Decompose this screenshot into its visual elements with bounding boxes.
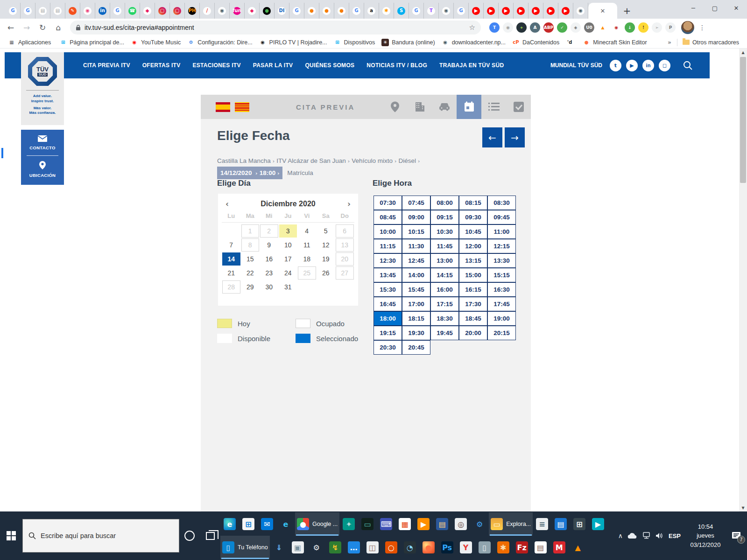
youtube-tab[interactable]: ▶ (529, 3, 543, 19)
record-extension[interactable]: ◉ (611, 22, 621, 33)
lifebuoy-app[interactable]: ○ (382, 536, 401, 559)
time-slot[interactable]: 13:15 (459, 253, 487, 268)
mundial-link[interactable]: MUNDIAL TÜV SÜD (550, 62, 602, 69)
calendar-day[interactable]: 22 (241, 266, 260, 280)
media-play-app[interactable]: ▶ (414, 512, 433, 536)
skype-tab[interactable]: S (394, 3, 409, 19)
time-slot[interactable]: 13:00 (430, 253, 459, 268)
jdownloader-app[interactable]: ↯ (326, 536, 345, 559)
time-slot[interactable]: 19:45 (430, 326, 459, 340)
tray-chevron-icon[interactable]: ∧ (618, 532, 623, 539)
phone-app-tab[interactable]: ● (260, 3, 275, 19)
nav-link[interactable]: CITA PREVIA ITV (83, 62, 130, 69)
close-button[interactable]: ✕ (726, 0, 747, 16)
time-slot[interactable]: 08:30 (487, 196, 516, 210)
calendar-day[interactable]: 10 (279, 238, 297, 252)
explorer-app[interactable]: ▭ Explora... (489, 512, 533, 536)
breadcrumb-item[interactable]: Vehículo mixto (352, 157, 393, 164)
google-tab[interactable]: G (289, 3, 304, 19)
youtube-tab[interactable]: ▶ (484, 3, 499, 19)
linkedin-icon[interactable]: in (642, 60, 654, 71)
breadcrumb-item[interactable]: Castilla La Mancha (217, 157, 271, 164)
minecraft-skin-editor-bookmark[interactable]: ● Minecraft Skin Editor (579, 38, 650, 47)
dacontenidos-bookmark[interactable]: cP DaContenidos (509, 38, 563, 47)
time-slot[interactable]: 17:00 (402, 297, 430, 311)
time-slot[interactable]: 16:45 (374, 297, 402, 311)
time-slot[interactable]: 11:45 (430, 239, 459, 253)
globe-tab[interactable]: ◉ (439, 3, 454, 19)
reload-icon[interactable]: ↻ (35, 21, 49, 35)
calendar-day[interactable]: 31 (279, 280, 297, 294)
catalan-flag-icon[interactable] (235, 102, 249, 112)
nav-link[interactable]: NOTICIAS ITV / BLOG (366, 62, 427, 69)
keyboard-app[interactable]: ⌨ (377, 512, 395, 536)
calendar-day[interactable]: 14 (222, 252, 240, 266)
time-slot[interactable]: 18:00 (374, 311, 402, 326)
calendar-day[interactable]: 16 (260, 252, 278, 266)
google-tab[interactable]: G (110, 3, 125, 19)
puzzle-extension[interactable]: P (665, 22, 676, 33)
time-slot[interactable]: 18:45 (459, 311, 487, 326)
nav-link[interactable]: ESTACIONES ITV (192, 62, 240, 69)
calendar-day[interactable]: 30 (260, 280, 278, 294)
teal-stamp-app[interactable]: ✦ (339, 512, 358, 536)
filezilla-app[interactable]: Fz (513, 536, 531, 559)
google-tab[interactable]: G (349, 3, 364, 19)
notepad-app[interactable]: ≡ (533, 512, 551, 536)
nav-link[interactable]: OFERTAS ITV (142, 62, 181, 69)
confirm-step-icon[interactable] (506, 95, 531, 119)
downloader-extension[interactable]: ↓ (625, 22, 635, 33)
bandura-bookmark[interactable]: ✳ Bandura (online) (378, 38, 438, 47)
apps-shortcut[interactable]: ▦ Aplicaciones (5, 38, 54, 47)
time-slot[interactable]: 18:15 (402, 311, 430, 326)
translate-extension[interactable]: T (489, 22, 500, 33)
mega-app[interactable]: M (550, 536, 569, 559)
search-icon[interactable] (683, 60, 693, 70)
settings-gear-app[interactable]: ⚙ (307, 536, 326, 559)
scroll-up-icon[interactable]: ▲ (739, 49, 747, 56)
calendar-day[interactable]: 12 (317, 238, 335, 252)
breadcrumb-selected-chip[interactable]: 14/12/2020 ›18:00 › (217, 167, 282, 180)
google-tab[interactable]: G (6, 3, 21, 19)
edge-app[interactable]: e (220, 512, 239, 536)
calendar-day[interactable]: 11 (298, 238, 316, 252)
time-slot[interactable]: 07:45 (402, 196, 430, 210)
time-slot[interactable]: 07:30 (374, 196, 402, 210)
calendar-next-icon[interactable]: › (347, 199, 351, 209)
back-icon[interactable]: ← (4, 21, 18, 35)
youtube-tab[interactable]: ▶ (558, 3, 573, 19)
compass-extension[interactable]: ➢ (652, 22, 662, 33)
hdd-app[interactable]: ◫ (363, 536, 382, 559)
winrar-app[interactable]: ▤ (531, 536, 550, 559)
time-slot[interactable]: 08:00 (430, 196, 459, 210)
nav-link[interactable]: QUIÉNES SOMOS (305, 62, 354, 69)
youtube-tab[interactable]: ▶ (499, 3, 514, 19)
calendar-day[interactable]: 19 (317, 252, 335, 266)
remote-app[interactable]: ▭ (358, 512, 377, 536)
time-slot[interactable]: 11:30 (402, 239, 430, 253)
orange-app-tab[interactable]: ● (334, 3, 349, 19)
abp-extension[interactable]: ABP (543, 22, 554, 33)
time-slot[interactable]: 14:15 (430, 268, 459, 282)
time-slot[interactable]: 11:00 (487, 224, 516, 239)
ubicacion-button[interactable]: UBICACIÓN (29, 161, 56, 178)
time-slot[interactable]: 15:30 (374, 282, 402, 297)
new-tab-button[interactable]: + (620, 4, 634, 18)
calendar-day[interactable]: 5 (317, 224, 335, 238)
time-slot[interactable]: 10:45 (459, 224, 487, 239)
profile-avatar[interactable] (681, 21, 694, 34)
time-slot[interactable]: 10:15 (402, 224, 430, 239)
twitch-tab[interactable]: T (424, 3, 439, 19)
youtube-tab[interactable]: ▶ (543, 3, 558, 19)
download-arrow-app[interactable]: ⇓ (270, 536, 289, 559)
spanish-flag-icon[interactable] (216, 102, 230, 112)
time-slot[interactable]: 20:30 (374, 340, 402, 355)
other-bookmarks[interactable]: Otros marcadores (679, 38, 742, 47)
maximize-button[interactable]: ▢ (704, 0, 726, 16)
youtube-icon[interactable]: ▶ (626, 60, 638, 71)
bookmarks-overflow-chevron[interactable]: » (664, 39, 675, 46)
location-step-icon[interactable] (382, 95, 407, 119)
active-tab[interactable]: ✕ (588, 3, 617, 19)
time-slot[interactable]: 19:00 (487, 311, 516, 326)
calendar-day[interactable]: 24 (279, 266, 297, 280)
